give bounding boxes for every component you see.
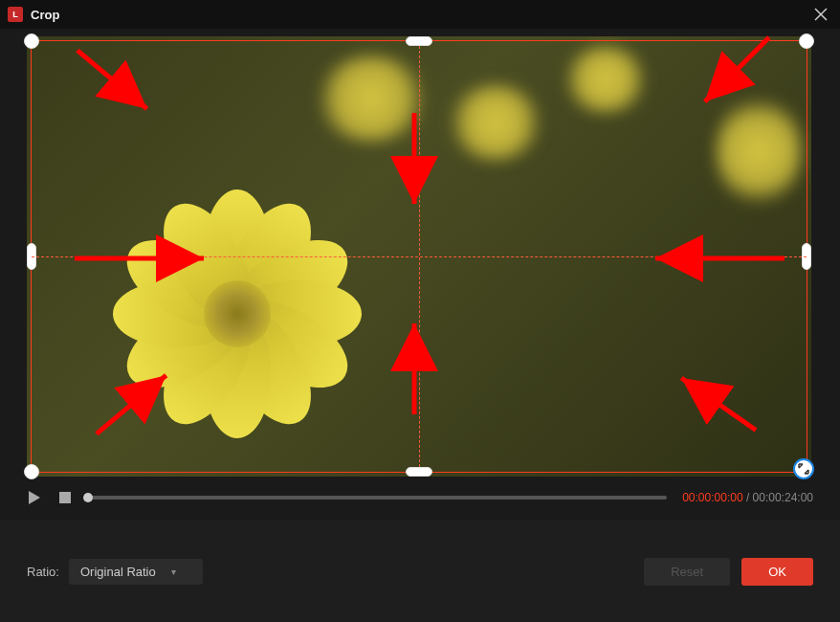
crop-window: L Crop [0, 0, 840, 622]
stop-button[interactable] [57, 490, 73, 505]
play-button[interactable] [27, 490, 42, 505]
seek-knob[interactable] [83, 493, 93, 502]
resize-icon [798, 463, 809, 475]
crop-preview[interactable] [27, 36, 813, 477]
play-icon [29, 491, 40, 504]
time-display: 00:00:00:00 / 00:00:24:00 [682, 491, 813, 504]
window-title: Crop [31, 8, 59, 22]
footer-right: Reset OK [644, 558, 813, 586]
reset-button[interactable]: Reset [644, 558, 730, 586]
current-time: 00:00:00:00 [682, 491, 742, 504]
crop-handle-top[interactable] [406, 36, 432, 46]
ratio-label: Ratio: [27, 565, 59, 579]
app-icon: L [8, 7, 23, 22]
background-flower [716, 94, 802, 209]
video-frame [27, 36, 811, 477]
background-flower [563, 46, 649, 113]
crop-handle-top-right[interactable] [799, 33, 814, 49]
time-separator: / [743, 491, 753, 504]
close-button[interactable] [809, 3, 832, 26]
crop-handle-right[interactable] [802, 243, 811, 270]
close-icon [814, 8, 828, 21]
crop-handle-top-left[interactable] [24, 33, 39, 49]
duration-time: 00:00:24:00 [753, 491, 813, 504]
crop-handle-bottom[interactable] [406, 467, 432, 477]
titlebar: L Crop [0, 0, 840, 29]
title-left: L Crop [8, 7, 59, 22]
footer-left: Ratio: Original Ratio ▾ [27, 559, 203, 585]
playback-controls: 00:00:00:00 / 00:00:24:00 [0, 484, 840, 505]
ratio-selected-value: Original Ratio [80, 565, 156, 579]
seek-slider[interactable] [88, 496, 667, 500]
svg-rect-8 [59, 492, 71, 503]
crop-handle-left[interactable] [27, 243, 36, 270]
chevron-down-icon: ▾ [171, 566, 176, 577]
footer-bar: Ratio: Original Ratio ▾ Reset OK [0, 521, 840, 622]
stop-icon [59, 492, 71, 503]
crop-handle-bottom-left[interactable] [24, 464, 39, 479]
foreground-flower [103, 180, 371, 448]
background-flower [448, 84, 543, 161]
ratio-dropdown[interactable]: Original Ratio ▾ [69, 559, 203, 585]
background-flower [314, 56, 429, 142]
ok-button[interactable]: OK [741, 558, 813, 586]
crop-handle-bottom-right[interactable] [793, 458, 814, 479]
